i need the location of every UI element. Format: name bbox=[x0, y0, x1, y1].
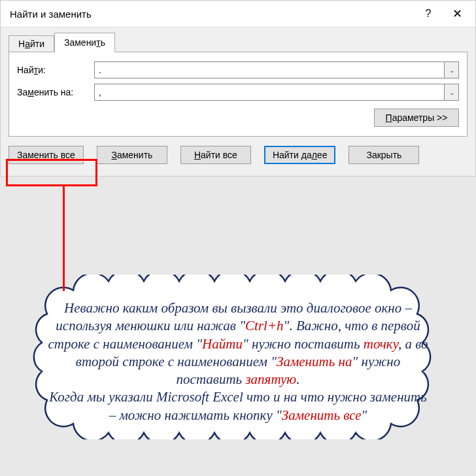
find-label: Найти: bbox=[17, 65, 94, 75]
close-icon[interactable]: ✕ bbox=[443, 3, 471, 24]
find-next-button[interactable]: Найти далее bbox=[264, 146, 336, 164]
tabs: Найти Заменить bbox=[8, 33, 468, 52]
highlight-replace-all bbox=[6, 159, 97, 186]
find-replace-dialog: Найти и заменить ? ✕ Найти Заменить Найт… bbox=[0, 0, 476, 177]
find-input[interactable] bbox=[95, 62, 444, 78]
dialog-title: Найти и заменить bbox=[10, 8, 414, 20]
replace-combo: ⌄ bbox=[94, 84, 459, 101]
titlebar: Найти и заменить ? ✕ bbox=[1, 1, 475, 27]
annotation-text: Неважно каким образом вы вызвали это диа… bbox=[14, 275, 462, 447]
find-all-button[interactable]: Найти все bbox=[180, 146, 251, 164]
help-button[interactable]: ? bbox=[414, 3, 443, 24]
dialog-body: Найти Заменить Найти: ⌄ Заменить на: ⌄ П… bbox=[1, 27, 475, 176]
find-combo: ⌄ bbox=[94, 61, 459, 78]
close-button[interactable]: Закрыть bbox=[348, 146, 419, 164]
replace-button[interactable]: Заменить bbox=[97, 146, 167, 164]
tab-replace[interactable]: Заменить bbox=[54, 33, 115, 52]
tab-find[interactable]: Найти bbox=[8, 35, 54, 52]
tab-panel: Найти: ⌄ Заменить на: ⌄ Параметры >> bbox=[8, 52, 468, 137]
find-dropdown-icon[interactable]: ⌄ bbox=[444, 62, 458, 78]
annotation-cloud: Неважно каким образом вы вызвали это диа… bbox=[14, 275, 462, 439]
replace-dropdown-icon[interactable]: ⌄ bbox=[444, 84, 458, 100]
parameters-button[interactable]: Параметры >> bbox=[374, 109, 459, 127]
replace-label: Заменить на: bbox=[17, 87, 94, 97]
replace-input[interactable] bbox=[95, 84, 444, 100]
